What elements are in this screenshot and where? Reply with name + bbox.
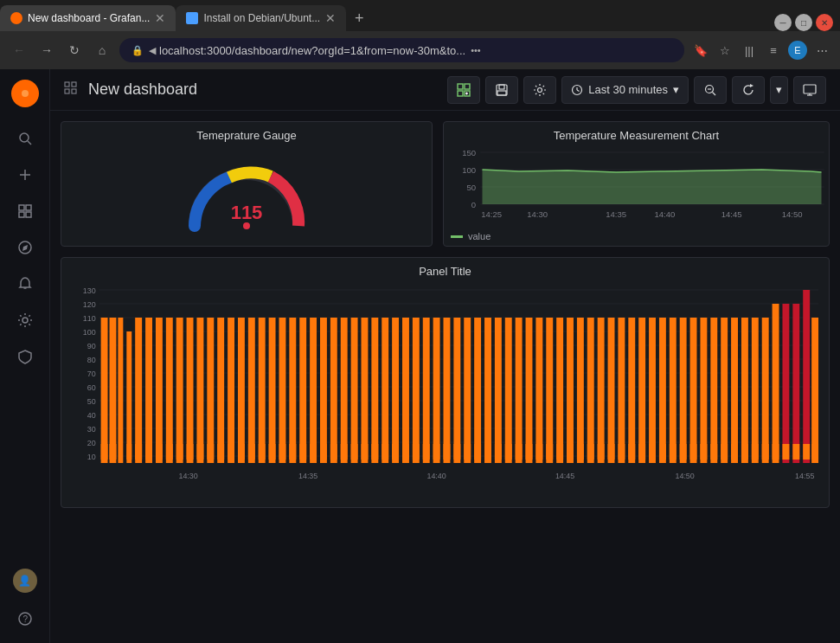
svg-rect-199	[567, 444, 574, 460]
svg-rect-163	[196, 444, 203, 460]
svg-rect-147	[752, 318, 759, 463]
forward-button[interactable]: →	[36, 40, 57, 61]
sidebar-item-avatar[interactable]: 👤	[8, 563, 42, 598]
save-dashboard-button[interactable]	[485, 76, 518, 104]
sidebar-item-search[interactable]	[8, 121, 42, 156]
tab-debian-close[interactable]: ✕	[325, 12, 336, 24]
svg-text:14:45: 14:45	[555, 472, 574, 480]
chart-area: 150 100 50 0 14:25 14:30 14:35	[444, 145, 829, 228]
grafana-logo-icon	[16, 85, 34, 102]
svg-rect-211	[690, 444, 697, 460]
svg-rect-123	[505, 318, 512, 463]
svg-rect-86	[126, 331, 131, 463]
sidebar-item-config[interactable]	[8, 303, 42, 338]
sidebar-logo[interactable]	[8, 76, 42, 111]
svg-rect-139	[670, 318, 676, 463]
back-button[interactable]: ←	[9, 40, 29, 61]
svg-text:14:35: 14:35	[606, 210, 626, 219]
svg-rect-131	[587, 318, 594, 463]
svg-text:14:25: 14:25	[481, 210, 502, 219]
svg-rect-159	[156, 444, 163, 460]
svg-text:14:35: 14:35	[298, 472, 317, 480]
sidebar-item-help[interactable]: ?	[8, 601, 42, 636]
svg-rect-171	[279, 444, 285, 460]
svg-rect-107	[341, 318, 348, 463]
svg-text:30: 30	[87, 425, 96, 434]
dashboard-settings-button[interactable]	[523, 76, 556, 104]
zoom-out-icon	[703, 83, 717, 97]
svg-text:70: 70	[87, 370, 96, 378]
sidebar-item-explore[interactable]	[8, 230, 42, 265]
grafana-logo	[11, 80, 39, 107]
svg-rect-110	[371, 318, 378, 463]
svg-rect-200	[577, 444, 584, 460]
svg-marker-11	[22, 245, 28, 251]
svg-rect-27	[499, 85, 504, 89]
dashboard-grid-icon	[64, 81, 78, 99]
svg-rect-9	[26, 212, 31, 217]
svg-rect-96	[228, 318, 234, 463]
svg-rect-217	[752, 444, 759, 460]
minimize-button[interactable]: ─	[774, 14, 792, 31]
close-button[interactable]: ✕	[816, 14, 833, 31]
svg-rect-113	[402, 318, 409, 463]
tv-mode-button[interactable]	[793, 76, 826, 104]
tab-grafana[interactable]: New dashboard - Grafan... ✕	[0, 5, 176, 31]
svg-rect-115	[423, 318, 430, 463]
svg-rect-161	[176, 444, 183, 460]
new-tab-button[interactable]: +	[346, 5, 372, 31]
svg-rect-87	[135, 318, 142, 463]
extensions-button[interactable]: ⋯	[812, 41, 831, 60]
address-input[interactable]: 🔒 ◀ localhost:3000/dashboard/new?orgId=1…	[119, 38, 684, 62]
svg-rect-180	[371, 444, 378, 460]
svg-text:150: 150	[462, 149, 476, 158]
svg-rect-108	[351, 318, 358, 463]
refresh-dropdown-button[interactable]: ▾	[770, 76, 788, 104]
add-panel-button[interactable]	[447, 76, 480, 104]
refresh-icon	[741, 83, 755, 97]
line-chart-svg: 150 100 50 0 14:25 14:30 14:35	[444, 145, 829, 228]
svg-rect-120	[474, 318, 481, 463]
grid-icon	[64, 81, 78, 95]
svg-text:40: 40	[87, 411, 96, 420]
home-button[interactable]: ⌂	[92, 40, 112, 61]
svg-rect-94	[207, 318, 214, 463]
svg-rect-193	[505, 444, 512, 460]
time-range-button[interactable]: Last 30 minutes ▾	[561, 76, 689, 104]
refresh-button[interactable]	[732, 76, 765, 104]
svg-rect-117	[444, 318, 451, 463]
zoom-out-button[interactable]	[694, 76, 727, 104]
bar-chart-panel: Panel Title 130 120 110 100 90 80 70 60 …	[61, 257, 830, 508]
svg-rect-119	[464, 318, 471, 463]
tab-grafana-close[interactable]: ✕	[155, 12, 165, 24]
sidebar-item-add[interactable]	[8, 158, 42, 192]
star-button[interactable]: ☆	[715, 41, 734, 60]
svg-text:14:50: 14:50	[676, 472, 695, 480]
svg-rect-150	[782, 304, 789, 463]
svg-rect-127	[546, 318, 553, 463]
maximize-button[interactable]: □	[795, 14, 812, 31]
grafana-app: 👤 ? New dashboard	[0, 69, 840, 643]
svg-rect-206	[638, 444, 645, 460]
profile-button[interactable]: E	[788, 41, 807, 60]
svg-rect-105	[320, 318, 327, 463]
tab-debian[interactable]: Install on Debian/Ubunt... ✕	[176, 5, 346, 31]
reader-button[interactable]: ≡	[764, 41, 783, 60]
svg-rect-85	[118, 318, 123, 463]
sidebar-item-shield[interactable]	[8, 339, 42, 374]
svg-rect-157	[135, 444, 142, 460]
sidebar-item-dashboards[interactable]	[8, 194, 42, 228]
collections-button[interactable]: |||	[740, 41, 759, 60]
svg-text:60: 60	[87, 383, 96, 392]
svg-rect-166	[228, 444, 234, 460]
svg-rect-167	[238, 444, 245, 460]
sidebar-item-alerts[interactable]	[8, 267, 42, 301]
svg-rect-148	[762, 318, 769, 463]
add-panel-icon	[457, 83, 471, 97]
bookmark-button[interactable]: 🔖	[691, 41, 710, 60]
svg-rect-207	[649, 444, 656, 460]
legend-label-value: value	[468, 231, 491, 241]
svg-rect-89	[156, 318, 163, 463]
svg-rect-222	[803, 444, 810, 460]
reload-button[interactable]: ↻	[64, 40, 85, 61]
